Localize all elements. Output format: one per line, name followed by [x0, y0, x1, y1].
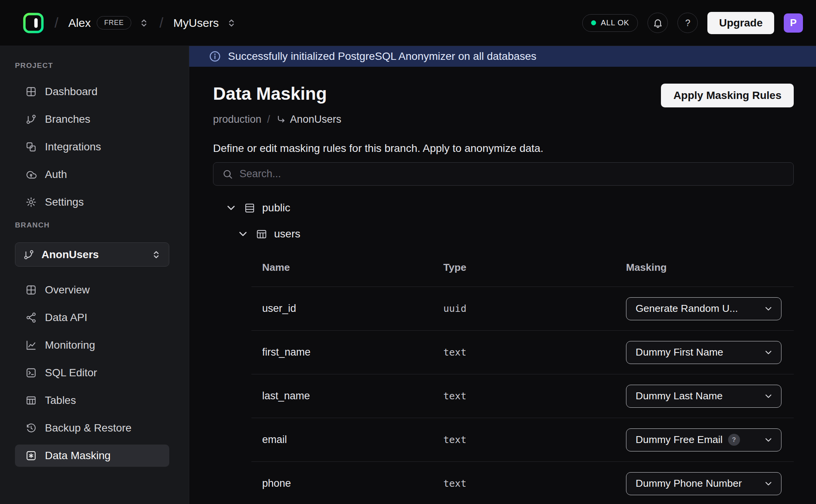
- table-grid-icon: [25, 395, 37, 406]
- dashboard-icon: [25, 86, 37, 97]
- project-name: MyUsers: [173, 16, 219, 30]
- column-type-value: text: [443, 434, 626, 445]
- table-icon: [256, 228, 268, 240]
- chevron-down-icon: [763, 304, 773, 314]
- sidebar-item-monitoring[interactable]: Monitoring: [15, 334, 169, 356]
- masking-select-value: Dummy First Name: [636, 346, 723, 358]
- sidebar-item-label: Settings: [45, 196, 84, 208]
- git-branch-icon: [23, 249, 35, 260]
- column-name-value: email: [262, 434, 443, 446]
- sidebar-item-label: Monitoring: [45, 339, 95, 351]
- app-window: / Alex FREE / MyUsers ALL OK: [0, 0, 816, 504]
- masking-rule-select[interactable]: Generate Random U...: [626, 297, 781, 320]
- sidebar-item-dashboard[interactable]: Dashboard: [15, 81, 169, 103]
- help-badge[interactable]: ?: [728, 434, 740, 446]
- masking-rule-select[interactable]: Dummy Free Email ?: [626, 428, 781, 451]
- org-name: Alex: [68, 16, 91, 30]
- masking-rule-select[interactable]: Dummy Last Name: [626, 385, 781, 408]
- masking-rule-select[interactable]: Dummy First Name: [626, 341, 781, 364]
- sidebar-item-label: Data API: [45, 311, 88, 324]
- status-ok-dot-icon: [591, 20, 596, 25]
- sidebar-item-branches[interactable]: Branches: [15, 108, 169, 130]
- column-type-value: text: [443, 347, 626, 358]
- schema-name[interactable]: public: [262, 202, 290, 214]
- table-header-row: Name Type Masking: [251, 249, 794, 287]
- chevrons-updown-icon[interactable]: [226, 17, 237, 29]
- breadcrumb-env[interactable]: production: [213, 114, 261, 125]
- chevron-down-icon: [763, 479, 773, 489]
- breadcrumb-separator: /: [160, 15, 164, 31]
- breadcrumb: production / AnonUsers: [213, 114, 794, 125]
- table-row: last_name text Dummy Last Name: [251, 374, 794, 418]
- sidebar-item-sql-editor[interactable]: SQL Editor: [15, 362, 169, 384]
- help-button[interactable]: ?: [677, 13, 698, 33]
- masking-table: Name Type Masking user_id uuid Generate …: [251, 249, 794, 504]
- page-content: Data Masking Apply Masking Rules product…: [189, 67, 816, 504]
- sidebar-item-data-api[interactable]: Data API: [15, 306, 169, 329]
- status-label: ALL OK: [601, 18, 629, 27]
- git-branch-icon: [25, 114, 37, 125]
- masking-select-value: Dummy Phone Number: [636, 478, 742, 489]
- chevron-down-icon[interactable]: [225, 202, 237, 214]
- sidebar-item-tables[interactable]: Tables: [15, 389, 169, 412]
- gear-icon: [25, 196, 37, 208]
- section-label-project: PROJECT: [15, 61, 179, 70]
- sidebar-item-label: Backup & Restore: [45, 422, 132, 434]
- column-header-name: Name: [262, 262, 443, 273]
- data-api-icon: [25, 312, 37, 323]
- masking-rule-select[interactable]: Dummy Phone Number: [626, 472, 781, 495]
- chevrons-updown-icon[interactable]: [138, 17, 150, 29]
- sidebar-item-label: Auth: [45, 168, 67, 181]
- question-mark-icon: ?: [685, 18, 690, 28]
- success-banner: Successfully initialized PostgreSQL Anon…: [189, 46, 816, 67]
- sidebar-item-overview[interactable]: Overview: [15, 279, 169, 301]
- neon-logo-icon[interactable]: [22, 12, 45, 34]
- breadcrumb-branch-label: AnonUsers: [290, 114, 342, 125]
- notifications-button[interactable]: [648, 13, 668, 33]
- sidebar-item-integrations[interactable]: Integrations: [15, 136, 169, 158]
- chevron-down-icon: [763, 435, 773, 445]
- column-header-masking: Masking: [626, 262, 781, 273]
- sidebar-item-label: Data Masking: [45, 450, 111, 462]
- sidebar-item-settings[interactable]: Settings: [15, 191, 169, 213]
- table-row: first_name text Dummy First Name: [251, 331, 794, 374]
- search-box: [213, 162, 794, 186]
- column-name-value: user_id: [262, 303, 443, 315]
- sidebar-item-label: Tables: [45, 394, 76, 407]
- search-input[interactable]: [240, 168, 785, 180]
- org-switcher[interactable]: Alex FREE: [68, 16, 150, 30]
- sidebar-item-data-masking[interactable]: Data Masking: [15, 445, 169, 467]
- avatar[interactable]: P: [784, 13, 803, 33]
- auth-cloud-icon: [25, 169, 37, 180]
- sidebar-item-backup-restore[interactable]: Backup & Restore: [15, 417, 169, 439]
- table-name[interactable]: users: [274, 228, 300, 240]
- sidebar-item-label: Dashboard: [45, 86, 97, 98]
- chevron-down-icon[interactable]: [237, 228, 249, 240]
- sidebar-item-auth[interactable]: Auth: [15, 163, 169, 186]
- branch-selector[interactable]: AnonUsers: [15, 242, 169, 267]
- apply-masking-rules-button[interactable]: Apply Masking Rules: [661, 84, 794, 107]
- table-tree-row: users: [237, 226, 794, 242]
- banner-text: Successfully initialized PostgreSQL Anon…: [228, 50, 537, 63]
- upgrade-button[interactable]: Upgrade: [707, 12, 774, 34]
- masking-select-value: Dummy Free Email: [636, 434, 723, 446]
- chevron-down-icon: [763, 391, 773, 401]
- breadcrumb-branch[interactable]: AnonUsers: [276, 114, 342, 125]
- chevrons-updown-icon: [150, 249, 162, 260]
- data-masking-icon: [25, 450, 37, 461]
- status-pill[interactable]: ALL OK: [582, 14, 638, 32]
- top-header: / Alex FREE / MyUsers ALL OK: [0, 0, 816, 46]
- integrations-icon: [25, 141, 37, 153]
- breadcrumb-separator: /: [267, 114, 270, 125]
- terminal-icon: [25, 367, 37, 379]
- chevron-down-icon: [763, 348, 773, 357]
- project-switcher[interactable]: MyUsers: [173, 16, 237, 30]
- column-name-value: first_name: [262, 346, 443, 358]
- overview-grid-icon: [25, 284, 37, 296]
- branch-selector-value: AnonUsers: [41, 249, 99, 261]
- breadcrumb-separator: /: [55, 15, 58, 31]
- column-header-type: Type: [443, 262, 626, 273]
- section-label-branch: BRANCH: [15, 221, 179, 229]
- main-area: Successfully initialized PostgreSQL Anon…: [189, 46, 816, 504]
- info-icon: [208, 50, 221, 63]
